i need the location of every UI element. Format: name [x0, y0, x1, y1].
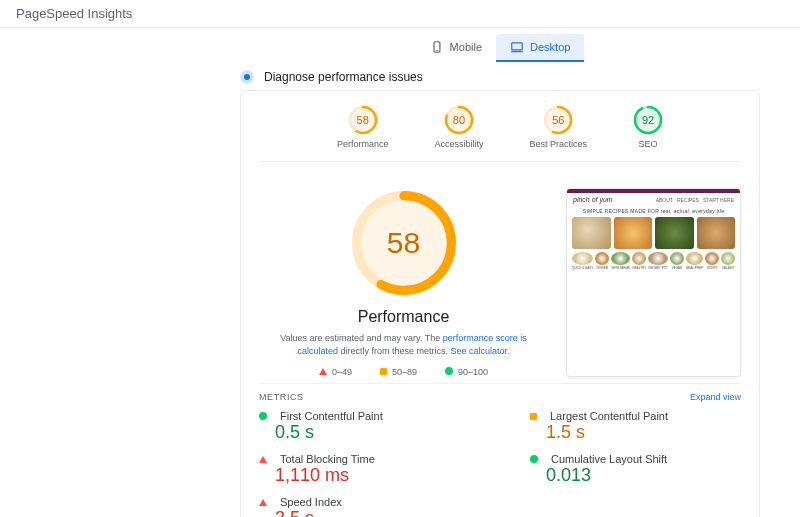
legend-low: 0–49: [319, 367, 352, 377]
scores-row: 58 Performance 80 Accessibility 56 Best …: [259, 105, 741, 162]
metric-name: Total Blocking Time: [280, 453, 375, 465]
score-label: SEO: [633, 139, 663, 149]
metric-name: Largest Contentful Paint: [550, 410, 668, 422]
legend-mid: 50–89: [380, 367, 417, 377]
metric-cumulative-layout-shift[interactable]: Cumulative Layout Shift 0.013: [530, 453, 741, 486]
score-value: 56: [543, 105, 573, 135]
thumb-logo: pinch of yum: [573, 196, 613, 203]
triangle-red-icon: [259, 456, 267, 463]
page-thumbnail: pinch of yum ABOUTRECIPESSTART HERE SIMP…: [566, 188, 741, 377]
thumb-chip: INSTANT POT: [648, 252, 668, 270]
thumb-chip: MEAL PREP: [686, 252, 703, 270]
metric-name-row: Speed Index: [259, 496, 470, 508]
thumb-chip: SALADS: [721, 252, 735, 270]
radio-dot-icon: [240, 70, 254, 84]
metric-value: 1.5 s: [530, 422, 741, 443]
thumb-links: ABOUTRECIPESSTART HERE: [656, 197, 734, 203]
thumb-chip: SOUPS: [705, 252, 719, 270]
score-best-practices[interactable]: 56 Best Practices: [530, 105, 588, 149]
circle-green-icon: [445, 367, 453, 375]
thumb-chip: VEGETARIAN: [611, 252, 630, 270]
tab-mobile[interactable]: Mobile: [416, 34, 496, 62]
gauge-icon: 80: [444, 105, 474, 135]
square-orange-icon: [380, 368, 387, 375]
thumb-headline: SIMPLE RECIPES MADE FOR: [583, 208, 659, 214]
thumb-headline-em: real, actual, everyday life: [661, 208, 724, 214]
performance-gauge: 58: [349, 188, 459, 298]
circle-green-icon: [530, 455, 538, 463]
performance-title: Performance: [259, 308, 548, 326]
diagnose-title: Diagnose performance issues: [264, 70, 423, 84]
tab-mobile-label: Mobile: [450, 41, 482, 53]
metric-name-row: Cumulative Layout Shift: [530, 453, 741, 465]
expand-view-link[interactable]: Expand view: [690, 392, 741, 402]
thumb-chip: HEALTHY: [632, 252, 646, 270]
metric-total-blocking-time[interactable]: Total Blocking Time 1,110 ms: [259, 453, 470, 486]
thumb-chip-row: QUICK & EASYDINNERVEGETARIANHEALTHYINSTA…: [567, 252, 740, 275]
report-card: 58 Performance 80 Accessibility 56 Best …: [240, 90, 760, 517]
metric-name-row: Largest Contentful Paint: [530, 410, 741, 422]
legend-high: 90–100: [445, 367, 488, 377]
score-value: 92: [633, 105, 663, 135]
svg-point-1: [436, 50, 437, 51]
svg-rect-2: [512, 43, 523, 50]
score-legend: 0–49 50–89 90–100: [259, 367, 548, 377]
device-tabs: Mobile Desktop: [240, 34, 760, 62]
performance-note: Values are estimated and may vary. The p…: [274, 332, 534, 357]
thumb-hero: SIMPLE RECIPES MADE FOR real, actual, ev…: [567, 206, 740, 217]
metric-name: First Contentful Paint: [280, 410, 383, 422]
note-text-2: directly from these metrics.: [338, 346, 451, 356]
thumb-chip: VEGAN: [670, 252, 684, 270]
gauge-icon: 56: [543, 105, 573, 135]
thumb-nav-item: ABOUT: [656, 197, 673, 203]
score-label: Best Practices: [530, 139, 588, 149]
metrics-grid: First Contentful Paint 0.5 s Largest Con…: [259, 406, 741, 517]
metric-value: 1,110 ms: [259, 465, 470, 486]
metric-speed-index[interactable]: Speed Index 3.5 s: [259, 496, 470, 517]
main-content: Mobile Desktop Diagnose performance issu…: [240, 34, 760, 517]
metrics-heading: METRICS: [259, 392, 304, 402]
metric-name: Speed Index: [280, 496, 342, 508]
diagnose-header: Diagnose performance issues: [240, 70, 760, 84]
score-label: Performance: [337, 139, 389, 149]
metric-value: 3.5 s: [259, 508, 470, 517]
score-value: 58: [348, 105, 378, 135]
score-label: Accessibility: [434, 139, 483, 149]
see-calculator-link[interactable]: See calculator.: [451, 346, 510, 356]
note-text-1: Values are estimated and may vary. The: [280, 333, 443, 343]
gauge-icon: 58: [348, 105, 378, 135]
score-value: 80: [444, 105, 474, 135]
triangle-red-icon: [319, 368, 327, 375]
tab-desktop-label: Desktop: [530, 41, 570, 53]
thumb-chip: QUICK & EASY: [572, 252, 593, 270]
app-title: PageSpeed Insights: [16, 6, 132, 21]
performance-score-value: 58: [349, 188, 459, 298]
thumb-food-row: [567, 217, 740, 252]
thumb-nav-item: START HERE: [703, 197, 734, 203]
mobile-icon: [430, 40, 444, 54]
app-header: PageSpeed Insights: [0, 0, 800, 28]
metric-name: Cumulative Layout Shift: [551, 453, 667, 465]
metric-name-row: First Contentful Paint: [259, 410, 470, 422]
metric-value: 0.5 s: [259, 422, 470, 443]
metric-value: 0.013: [530, 465, 741, 486]
score-seo[interactable]: 92 SEO: [633, 105, 663, 149]
metric-largest-contentful-paint[interactable]: Largest Contentful Paint 1.5 s: [530, 410, 741, 443]
score-performance[interactable]: 58 Performance: [337, 105, 389, 149]
metric-name-row: Total Blocking Time: [259, 453, 470, 465]
score-accessibility[interactable]: 80 Accessibility: [434, 105, 483, 149]
square-orange-icon: [530, 413, 537, 420]
gauge-icon: 92: [633, 105, 663, 135]
thumb-chip: DINNER: [595, 252, 609, 270]
tab-desktop[interactable]: Desktop: [496, 34, 584, 62]
desktop-icon: [510, 40, 524, 54]
triangle-red-icon: [259, 499, 267, 506]
performance-section: 58 Performance Values are estimated and …: [259, 162, 741, 383]
thumb-nav: pinch of yum ABOUTRECIPESSTART HERE: [567, 193, 740, 206]
metric-first-contentful-paint[interactable]: First Contentful Paint 0.5 s: [259, 410, 470, 443]
thumb-nav-item: RECIPES: [677, 197, 699, 203]
performance-gauge-block: 58 Performance Values are estimated and …: [259, 188, 548, 377]
metrics-header: METRICS Expand view: [259, 383, 741, 406]
circle-green-icon: [259, 412, 267, 420]
